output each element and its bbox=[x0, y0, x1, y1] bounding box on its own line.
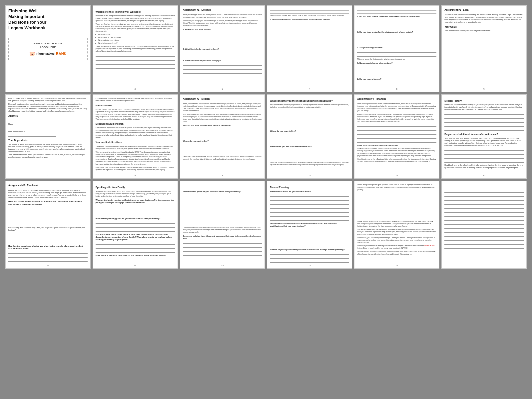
piggy-logo: 🐷 Piggy Makes BANK bbox=[11, 51, 85, 56]
q14-1-label: Who are the family members affected most… bbox=[96, 199, 175, 204]
line-14g bbox=[96, 242, 175, 245]
page-6: Assignment #2 - Legal You should now jus… bbox=[441, 5, 527, 92]
line-15d bbox=[183, 206, 262, 209]
line-7b bbox=[8, 163, 88, 166]
q14-2-lines bbox=[96, 221, 175, 232]
page3-body2: These may be things you haven't thought … bbox=[183, 20, 262, 27]
line-13k bbox=[8, 259, 88, 262]
line-11a bbox=[357, 124, 436, 127]
line-13j bbox=[8, 255, 88, 258]
bl1-d bbox=[444, 202, 524, 205]
logo-box: REPLACE WITH YOURLOGO HERE 🐷 Piggy Makes… bbox=[8, 38, 88, 60]
page17-body3: Remember, you can always break things - … bbox=[357, 237, 436, 244]
line-16g bbox=[270, 218, 349, 221]
page7-name-label: Name bbox=[8, 123, 88, 125]
line-6d bbox=[444, 45, 524, 48]
line-10g bbox=[270, 137, 349, 140]
page5-header-line bbox=[357, 8, 436, 11]
page5-header-line2 bbox=[357, 11, 436, 14]
page-num-15: 15 bbox=[221, 264, 224, 267]
q5-4-label: 1. Nurse, caretaker, or other options? bbox=[357, 62, 436, 64]
q10-1-label: Where do you want to live? bbox=[270, 130, 349, 132]
q14-4-lines bbox=[96, 257, 175, 264]
page17-thanks: Thank you for reading the Finishing Well… bbox=[357, 220, 436, 227]
page-num-11: 11 bbox=[395, 174, 398, 177]
q11-1-label: Does your spouse work outside the home? bbox=[357, 144, 436, 147]
page11-body2: Family comes will allow you to make larg… bbox=[357, 113, 436, 123]
q3-1-label: 1. Where do you want to live? bbox=[183, 28, 262, 31]
blank1-lines bbox=[444, 190, 524, 249]
line-n bbox=[270, 37, 349, 40]
q10-2-label: What would you like to be remembered for… bbox=[270, 145, 349, 148]
line-j bbox=[270, 21, 349, 24]
page-num-2: 2 bbox=[135, 87, 136, 90]
page-num-7: 7 bbox=[47, 174, 49, 177]
line-12a bbox=[444, 112, 524, 115]
line-o bbox=[270, 41, 349, 44]
page-blank-1 bbox=[441, 181, 527, 269]
line-u bbox=[270, 65, 349, 68]
page-num-13: 13 bbox=[47, 264, 49, 267]
bl1-a bbox=[444, 190, 524, 193]
page-9: Assignment #3 - Medical Hello, Worksheet… bbox=[180, 94, 265, 179]
date-line bbox=[8, 134, 56, 137]
line-6j bbox=[444, 69, 524, 72]
line-5f bbox=[357, 42, 436, 45]
line-7c bbox=[8, 167, 88, 170]
page12-footer: Head back over to the eBook and let's ta… bbox=[444, 164, 524, 169]
page-17: These things though and give yourself so… bbox=[354, 181, 439, 269]
page7-body: Research create or estate planning attor… bbox=[8, 103, 88, 113]
line-16a bbox=[270, 194, 349, 197]
line-3 bbox=[96, 62, 175, 65]
page9-assignment: Assignment #3 - Medical bbox=[183, 97, 262, 101]
line-k bbox=[270, 25, 349, 28]
line-17b bbox=[357, 196, 436, 199]
line-14e bbox=[96, 225, 175, 228]
q14-1-lines bbox=[96, 205, 175, 216]
line-14h bbox=[96, 246, 175, 249]
line-12b bbox=[444, 116, 524, 119]
page11-assignment: Assignment #4 - Financial bbox=[357, 97, 436, 101]
line-16h bbox=[270, 228, 349, 231]
page8-medical-body: The eBook highlights the two major docum… bbox=[96, 145, 175, 150]
line-6i bbox=[444, 65, 524, 68]
blank1-line2 bbox=[444, 187, 524, 189]
line-t bbox=[270, 61, 349, 64]
line-10i bbox=[270, 149, 349, 152]
bullet-3: Who protects your values bbox=[98, 39, 175, 41]
line-s bbox=[270, 57, 349, 60]
logo-replace-text: REPLACE WITH YOURLOGO HERE bbox=[11, 42, 85, 49]
page6-goals-heading: Your Goals bbox=[444, 25, 524, 28]
outer-container: Finishing Well -Making ImportantDecision… bbox=[0, 0, 532, 399]
page-num-17: 17 bbox=[395, 264, 398, 267]
line-16l bbox=[270, 244, 349, 247]
bl1-e bbox=[444, 206, 524, 209]
page2-body: There are four key items here that are c… bbox=[96, 23, 175, 33]
q14-3-lines bbox=[96, 242, 175, 253]
page-11: Assignment #4 - Financial After reading … bbox=[354, 94, 439, 179]
page7-footer: Take a moment to think about your concer… bbox=[8, 154, 88, 158]
page3-intro: Have you thought about the three phases … bbox=[183, 14, 262, 18]
line-11e bbox=[357, 140, 436, 143]
line-9d bbox=[183, 143, 262, 146]
q9-2-label: Where do you want to live? bbox=[183, 140, 262, 142]
q3-1-lines bbox=[183, 31, 262, 46]
page13-lines2 bbox=[8, 232, 88, 243]
line-16j bbox=[270, 236, 349, 239]
line-16d bbox=[270, 206, 349, 209]
line-13a bbox=[8, 206, 88, 209]
line-g bbox=[183, 63, 262, 66]
page12-heading: Medical History bbox=[444, 99, 524, 102]
q14-3-label: Will any of your plans - from medical di… bbox=[96, 233, 175, 241]
page2-intro: Welcome to the companion workbook for th… bbox=[96, 15, 175, 22]
line-d bbox=[183, 43, 262, 46]
page-num-3: 3 bbox=[222, 87, 223, 90]
page9-body2: This assignment will help you determine … bbox=[183, 113, 262, 123]
page13-intro: Getting through the emotional issues tha… bbox=[8, 189, 88, 199]
bl1-f bbox=[444, 210, 524, 213]
q16-2-lines bbox=[270, 228, 349, 247]
page7-dependents: Your Dependents bbox=[8, 139, 88, 142]
line-13f bbox=[8, 232, 88, 235]
q16-3-label: Is there anyone specific that you want t… bbox=[270, 248, 349, 251]
line-14d bbox=[96, 221, 175, 224]
